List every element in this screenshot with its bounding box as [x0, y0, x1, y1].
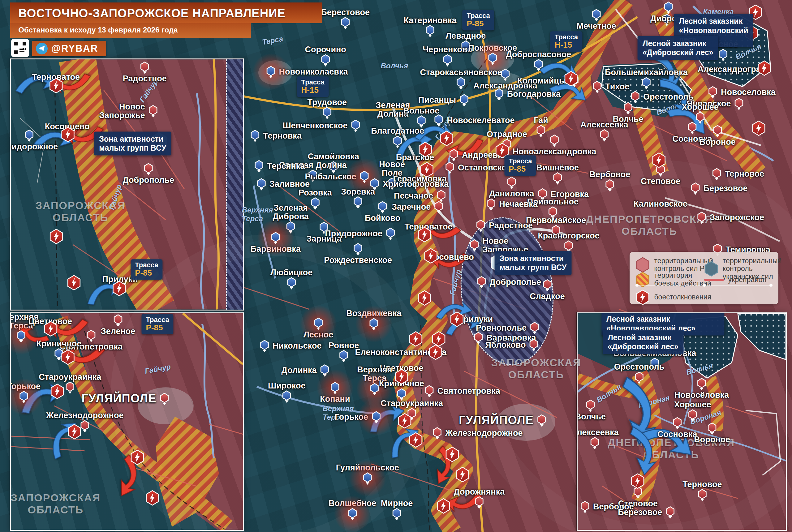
settlement-label: Хорошее	[682, 103, 719, 111]
rf-settlement-marker	[507, 177, 516, 187]
oblast-label: ДНЕПРОПЕТРОВСКАЯ ОБЛАСТЬ	[586, 213, 713, 237]
ua-settlement-marker	[331, 382, 340, 392]
map-subtitle: Обстановка к исходу 13 февраля 2026 года	[10, 23, 251, 38]
settlement-label: Лесное	[303, 330, 333, 339]
ua-settlement-marker	[19, 391, 29, 401]
settlement-label: Степовое	[641, 177, 680, 186]
ua-settlement-marker	[341, 17, 350, 27]
settlement-label: Долинка	[282, 366, 317, 375]
rf-settlement-marker	[140, 61, 149, 72]
ua-settlement-marker	[320, 364, 329, 375]
rybar-banner: @RYBAR	[32, 41, 106, 56]
settlement-label: Первомайское	[526, 216, 586, 225]
marker-pointer	[452, 159, 456, 161]
settlement-label: Новоселовка	[721, 88, 776, 96]
qr-code	[11, 39, 29, 57]
road-sign-word: Трасса	[146, 316, 169, 323]
settlement-label: Доброполье	[489, 278, 541, 286]
rf-settlement-marker	[691, 183, 700, 193]
legend-divider	[636, 285, 773, 285]
rf-control-swatch-icon	[636, 257, 650, 272]
marker-pointer	[472, 249, 476, 252]
settlement-label: Воздвижевка	[346, 309, 401, 318]
settlement-label: Горькое	[10, 382, 40, 391]
road-sign: ТрассаР-85	[142, 314, 173, 334]
marker-pointer	[428, 35, 432, 37]
marker-pointer	[462, 104, 466, 107]
rf-settlement-marker	[160, 393, 169, 403]
road-sign-word: Трасса	[509, 157, 532, 165]
settlement-label: Христофоровка	[383, 180, 449, 188]
rf-settlement-marker	[696, 112, 705, 122]
ua-settlement-marker	[250, 130, 260, 140]
forest-reserve-label: Лесной заказник «Дибровский лес»	[638, 36, 718, 60]
ua-settlement-marker	[378, 201, 387, 211]
marker-pointer	[253, 139, 257, 142]
settlement-label: Катериновка	[404, 16, 457, 25]
rf-settlement-marker	[553, 172, 562, 183]
road-sign-word: Трасса	[555, 33, 578, 40]
rf-settlement-marker	[425, 385, 434, 395]
settlement-label: Новоскелеватое	[447, 116, 514, 125]
ua-settlement-marker	[287, 277, 296, 287]
ua-settlement-marker	[397, 388, 406, 398]
rf-settlement-marker	[605, 179, 615, 189]
road-sign: ТрассаН-15	[297, 77, 329, 97]
ua-settlement-marker	[257, 178, 266, 188]
settlement-label: Гай	[534, 116, 548, 125]
road-sign-code: Н-15	[301, 86, 324, 95]
settlement-label: Терсянка	[267, 162, 305, 170]
ua-settlement-marker	[392, 508, 401, 518]
settlement-label: Вербовое	[589, 170, 630, 179]
settlement-label: Тихое	[605, 82, 629, 91]
road-sign-code: Н-15	[555, 40, 578, 50]
settlement-label: Железнодорожное	[46, 411, 124, 420]
road-sign-code: Р-85	[509, 165, 532, 173]
settlement-label: Волчье	[577, 412, 606, 421]
rf-settlement-marker	[734, 98, 743, 108]
settlement-label: Красногорское	[538, 231, 599, 240]
settlement-label: Барвиновка	[250, 245, 301, 253]
settlement-label: Черненково	[422, 45, 472, 54]
settlement-label: Придорожное	[10, 142, 58, 151]
settlement-label: Новое Запорожье	[99, 102, 145, 120]
settlement-label: Яблоково	[485, 341, 526, 349]
rf-settlement-marker	[548, 206, 558, 216]
rf-settlement-marker	[486, 198, 496, 208]
marker-pointer	[721, 59, 725, 61]
title-block: ВОСТОЧНО-ЗАПОРОЖСКОЕ НАПРАВЛЕНИЕ Обстано…	[10, 2, 322, 38]
marker-pointer	[552, 145, 556, 147]
rf-settlement-marker	[114, 314, 123, 324]
settlement-label: Зеленое	[101, 327, 135, 336]
marker-pointer	[343, 27, 347, 30]
marker-pointer	[314, 207, 317, 210]
marker-pointer	[644, 87, 648, 89]
ua-settlement-marker	[494, 88, 504, 98]
marker-pointer	[602, 139, 606, 142]
rf-settlement-marker	[149, 105, 158, 115]
marker-pointer	[147, 173, 150, 175]
settlement-label: Терновое	[682, 480, 722, 489]
ua-settlement-marker	[286, 221, 296, 231]
clash-hex	[432, 331, 446, 347]
marker-pointer	[479, 229, 483, 232]
clash-hex	[429, 345, 443, 360]
ua-settlement-marker	[260, 340, 269, 350]
ua-settlement-marker	[353, 196, 363, 206]
marker-pointer	[595, 91, 599, 93]
marker-pointer	[389, 238, 392, 240]
settlement-label: Ровнополье	[476, 323, 527, 332]
settlement-label: Бойково	[365, 214, 400, 222]
settlement-label: Александроград	[698, 65, 766, 74]
settlement-label: Большемихайловка	[605, 68, 688, 77]
rf-settlement-marker	[665, 506, 675, 516]
settlement-label: Придорожное	[325, 229, 382, 238]
ua-settlement-marker	[372, 411, 381, 421]
settlement-label: ГУЛЯЙПОЛЕ	[82, 393, 156, 405]
settlement-label: Березовое	[618, 508, 662, 516]
clash-hex	[455, 467, 470, 482]
ua-settlement-marker	[24, 130, 34, 140]
marker-pointer	[716, 135, 719, 137]
ua-settlement-marker	[642, 77, 651, 87]
marker-pointer	[68, 392, 72, 394]
